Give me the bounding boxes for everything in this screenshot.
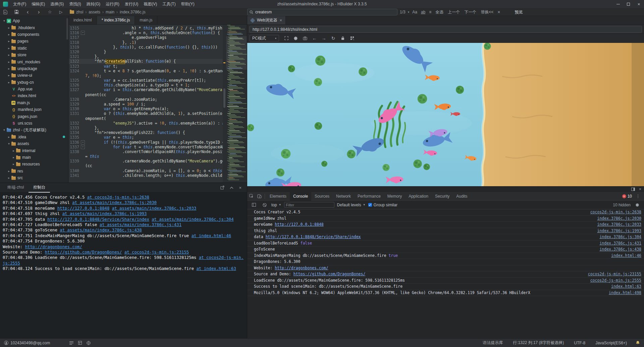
- code-line[interactable]: 1328 .Camera).zoomRatio;: [69, 97, 223, 102]
- console-source-link[interactable]: index.3786c.js:2030: [597, 216, 641, 221]
- layout-icon[interactable]: [78, 341, 82, 345]
- console-link[interactable]: at assets/main/index.3786c.js:438: [60, 228, 142, 232]
- tree-item-main[interactable]: ▸main: [0, 154, 68, 161]
- menu-f[interactable]: 文件(F): [10, 0, 29, 8]
- menu-u[interactable]: 发行(U): [122, 0, 141, 8]
- code-line[interactable]: 7, !0);: [69, 73, 223, 78]
- code-line[interactable]: 1322 "fn">createSmallFish: function(e) {: [69, 59, 223, 64]
- syntax-hint-lib[interactable]: 语法提示库: [483, 340, 503, 346]
- chevron-right-icon[interactable]: ▸: [11, 149, 16, 152]
- devtools-tab-sources[interactable]: Sources: [311, 192, 333, 201]
- log-level-select[interactable]: Default levels ▼: [337, 203, 366, 207]
- devtools-tab-audits[interactable]: Audits: [453, 192, 471, 201]
- tree-item-app[interactable]: ▾App: [0, 17, 68, 24]
- breadcrumb-item-assets[interactable]: assets: [89, 10, 100, 14]
- code-line[interactable]: 1335 var e = this;: [69, 135, 223, 140]
- file-type[interactable]: JavaScript(ES6+): [595, 341, 627, 345]
- code-line[interactable]: ponent(cc: [69, 92, 223, 97]
- fold-icon[interactable]: [80, 145, 85, 149]
- regex-button[interactable]: ≡: [428, 10, 432, 14]
- console-source-link[interactable]: cocos2d-js-min.js:2555: [590, 278, 641, 283]
- favorite-star-icon[interactable]: ☆: [44, 8, 55, 16]
- console-url-link[interactable]: https://github.com/DragonBones/: [293, 272, 366, 276]
- console-link[interactable]: http://dragonbones.com/: [25, 245, 82, 249]
- console-source-link[interactable]: index.html:63: [611, 284, 641, 289]
- code-area[interactable]: 1315 h) * this.addSpeed / 2 / c, this.my…: [69, 25, 247, 183]
- menu-i[interactable]: 查找(I): [66, 0, 84, 8]
- code-line[interactable]: 1329 a.speed = 100 / i;: [69, 102, 223, 107]
- code-line[interactable]: omponent(: [69, 116, 223, 121]
- code-line[interactable]: = this: [69, 154, 223, 159]
- chevron-right-icon[interactable]: ▸: [7, 135, 11, 139]
- chevron-right-icon[interactable]: ▸: [7, 26, 11, 29]
- breadcrumb-item-main[interactable]: main: [106, 10, 114, 14]
- console-sidebar-icon[interactable]: [250, 201, 258, 209]
- close-devtools-icon[interactable]: ×: [639, 187, 641, 192]
- inspect-element-icon[interactable]: [247, 192, 255, 200]
- chevron-down-icon[interactable]: ▾: [408, 10, 410, 14]
- close-panel-icon[interactable]: ×: [239, 185, 241, 190]
- code-line[interactable]: 1330 var o = this.getEnemyPos(a);: [69, 107, 223, 111]
- console-link[interactable]: at assets/main/index.3786c.js:1993: [62, 211, 147, 216]
- outline-list-icon[interactable]: [69, 341, 73, 345]
- scrollbar-thumb[interactable]: [223, 88, 225, 108]
- chevron-right-icon[interactable]: ▸: [7, 47, 11, 50]
- tree-item-unpackage[interactable]: ▸unpackage: [0, 65, 68, 72]
- sidebar-scrollbar[interactable]: [66, 18, 68, 40]
- tree-item-uni-modules[interactable]: ▸uni_modules: [0, 58, 68, 65]
- tree-item-app-vue[interactable]: App.vue: [0, 86, 68, 92]
- forward-icon[interactable]: ›: [33, 8, 44, 16]
- tree-item-zhsl[interactable]: ▾zhsl - (无尽破解版): [0, 127, 68, 133]
- code-line[interactable]: 1332 "enemyJS").active = !0, this.enemyA…: [69, 121, 223, 126]
- code-line[interactable]: 1338 .convertToWorldSpaceAR(this.playerN…: [69, 149, 223, 154]
- devtools-tab-elements[interactable]: Elements: [266, 192, 290, 201]
- code-line[interactable]: 1331 o ? (this.enemyNode.addChild(a, 1),…: [69, 111, 223, 116]
- browser-forward-icon[interactable]: →: [320, 35, 328, 42]
- find-input-box[interactable]: [247, 9, 397, 15]
- context-selector[interactable]: top ▼: [271, 203, 281, 207]
- console-link[interactable]: at assets/main/index.3786c.js:2033: [112, 206, 197, 211]
- previous-match-button[interactable]: 上一个: [447, 9, 461, 15]
- code-lines[interactable]: 1315 h) * this.addSpeed / 2 / c, this.my…: [69, 25, 223, 183]
- lock-icon[interactable]: [338, 35, 347, 42]
- select-all-button[interactable]: 全选: [434, 9, 444, 15]
- collapse-panel-icon[interactable]: [230, 187, 233, 189]
- group-similar-checkbox[interactable]: Group similar: [368, 203, 397, 207]
- tree-item-resources[interactable]: ▸resources: [0, 161, 68, 167]
- open-external-icon[interactable]: [220, 186, 224, 190]
- chevron-right-icon[interactable]: ▸: [7, 33, 11, 36]
- match-case-button[interactable]: Aa: [412, 10, 418, 14]
- device-toolbar-icon[interactable]: [255, 192, 263, 200]
- bell-icon[interactable]: [636, 341, 640, 345]
- console-output[interactable]: 07:04:47.456 Cocos Creator v2.4.5 at coc…: [0, 193, 247, 274]
- console-link[interactable]: at index.html:46: [192, 233, 231, 238]
- console-link[interactable]: http://127.0.0.1:8848/Service/Share/inde…: [47, 217, 149, 222]
- find-input[interactable]: [255, 10, 395, 14]
- screenshot-icon[interactable]: [301, 35, 309, 42]
- chevron-right-icon[interactable]: ▸: [7, 81, 11, 84]
- preview-button[interactable]: 预览: [512, 9, 525, 15]
- fold-icon[interactable]: [80, 140, 85, 145]
- fold-icon[interactable]: [80, 30, 85, 35]
- editor-scrollbar[interactable]: [223, 25, 226, 183]
- back-icon[interactable]: ‹: [22, 8, 33, 16]
- console-link[interactable]: at cocos2d-js-min.js:2638: [87, 195, 149, 200]
- menu-t[interactable]: 工具(T): [160, 0, 178, 8]
- code-line[interactable]: 1326 this.changeSize(a), a.typeID = t + …: [69, 83, 223, 87]
- console-source-link[interactable]: index.3786c.js:1993: [597, 229, 641, 233]
- code-line[interactable]: 1339 .carmeraNode.getChildByName("MoveCa…: [69, 159, 223, 163]
- save-icon[interactable]: [11, 8, 22, 16]
- close-find-icon[interactable]: ×: [497, 9, 501, 15]
- chevron-right-icon[interactable]: ▸: [7, 176, 11, 180]
- device-mode-select[interactable]: PC模式 ▾: [250, 35, 279, 42]
- menu-v[interactable]: 视图(V): [141, 0, 160, 8]
- code-line[interactable]: 1333 },: [69, 126, 223, 130]
- chevron-right-icon[interactable]: ▸: [7, 67, 11, 70]
- editor-tab-index-html[interactable]: index.html: [69, 16, 97, 24]
- code-line[interactable]: 1316 .angle = n, this.scheduleOnce(funct…: [69, 30, 223, 35]
- devtools-menu-icon[interactable]: ⋮: [634, 192, 642, 200]
- encoding[interactable]: UTF-8: [574, 341, 585, 345]
- tree-item-idea[interactable]: ▸.idea: [0, 134, 68, 140]
- code-line[interactable]: 1325 var a = cc.instantiate(this.enemyPr…: [69, 78, 223, 83]
- tree-item-pages[interactable]: ▸pages: [0, 38, 68, 45]
